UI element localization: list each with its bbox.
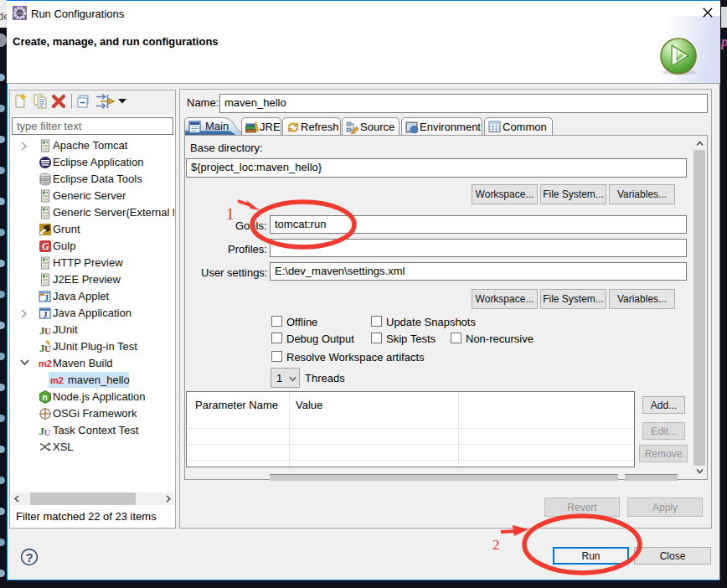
svg-text:G: G (42, 240, 49, 252)
svg-text:n: n (43, 393, 48, 402)
svg-text:U: U (44, 343, 51, 353)
svg-text:J: J (44, 293, 49, 302)
svg-text:U: U (44, 427, 51, 437)
svg-text:m2: m2 (50, 375, 64, 385)
svg-text:J: J (44, 310, 48, 319)
svg-text:U: U (44, 326, 51, 336)
svg-text:?: ? (26, 550, 34, 565)
svg-text:m2: m2 (39, 358, 52, 369)
